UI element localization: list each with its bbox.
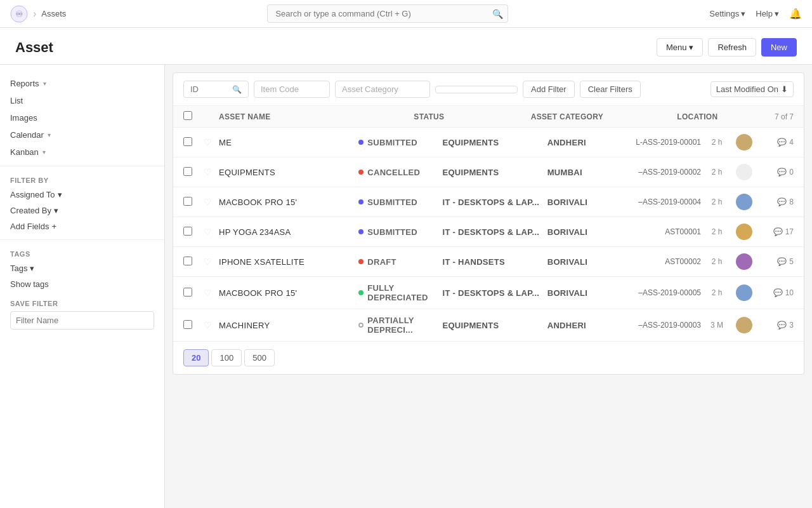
page-size-button[interactable]: 500 bbox=[244, 349, 275, 366]
sidebar-item-reports[interactable]: Reports ▾ bbox=[0, 75, 164, 92]
heart-icon[interactable]: ♡ bbox=[204, 167, 212, 177]
table-row[interactable]: ♡ Machinery Partially Depreci... Equipme… bbox=[173, 309, 804, 341]
table-row[interactable]: ♡ hp Yoga 234ASA Submitted IT - Desktops… bbox=[173, 217, 804, 247]
show-tags-item[interactable]: Show tags bbox=[0, 276, 164, 292]
favorite-icon[interactable]: ♡ bbox=[204, 167, 219, 177]
favorite-icon[interactable]: ♡ bbox=[204, 257, 219, 267]
sidebar-item-list[interactable]: List bbox=[0, 92, 164, 109]
table-row[interactable]: ♡ Equipments Cancelled Equipments Mumbai… bbox=[173, 157, 804, 187]
avatar-cell bbox=[733, 317, 756, 333]
asset-id-cell: AST00002 bbox=[617, 257, 701, 266]
status-dot bbox=[358, 290, 363, 295]
page-size-button[interactable]: 100 bbox=[211, 349, 242, 366]
clear-filters-button[interactable]: Clear Filters bbox=[580, 81, 641, 98]
favorite-icon[interactable]: ♡ bbox=[204, 288, 219, 298]
filter-name-input[interactable] bbox=[10, 311, 154, 330]
refresh-button[interactable]: Refresh bbox=[708, 38, 756, 57]
favorite-icon[interactable]: ♡ bbox=[204, 227, 219, 237]
row-select-checkbox[interactable] bbox=[183, 167, 192, 176]
heart-icon[interactable]: ♡ bbox=[204, 227, 212, 237]
favorite-icon[interactable]: ♡ bbox=[204, 137, 219, 147]
asset-name-cell: Equipments bbox=[219, 168, 358, 177]
main-layout: Reports ▾ List Images Calendar ▾ Kanban … bbox=[0, 65, 812, 508]
header-status: Status bbox=[414, 112, 530, 121]
heart-icon[interactable]: ♡ bbox=[204, 288, 212, 298]
id-filter-input[interactable] bbox=[190, 84, 228, 94]
category-cell: Equipments bbox=[442, 321, 547, 330]
location-cell: Borivali bbox=[547, 197, 617, 207]
tags-filter-item[interactable]: Tags ▾ bbox=[0, 260, 164, 276]
status-dot bbox=[358, 140, 363, 145]
comments-cell: 💬 10 bbox=[756, 288, 794, 297]
row-checkbox[interactable] bbox=[183, 320, 204, 331]
row-select-checkbox[interactable] bbox=[183, 257, 192, 265]
row-checkbox[interactable] bbox=[183, 167, 204, 178]
images-label: Images bbox=[10, 113, 37, 123]
favorite-icon[interactable]: ♡ bbox=[204, 197, 219, 207]
status-cell: Submitted bbox=[358, 138, 442, 147]
asset-category-filter[interactable]: Asset Category bbox=[335, 81, 430, 98]
comments-cell: 💬 3 bbox=[756, 321, 794, 330]
row-select-checkbox[interactable] bbox=[183, 320, 192, 329]
asset-id-cell: –ASS-2019-00005 bbox=[617, 288, 701, 297]
table-row[interactable]: ♡ MacBook Pro 15' Fully Depreciated IT -… bbox=[173, 277, 804, 309]
notifications-bell-icon[interactable]: 🔔 bbox=[789, 8, 802, 20]
row-checkbox[interactable] bbox=[183, 257, 204, 267]
sidebar-item-images[interactable]: Images bbox=[0, 109, 164, 126]
avatar-cell bbox=[733, 164, 756, 180]
header-location: Location bbox=[677, 112, 775, 121]
row-select-checkbox[interactable] bbox=[183, 227, 192, 236]
calendar-label: Calendar bbox=[10, 130, 44, 140]
table-row[interactable]: ♡ iPhone XSatellite Draft IT - Handsets … bbox=[173, 247, 804, 277]
extra-filter[interactable] bbox=[435, 86, 518, 93]
created-by-arrow-icon: ▾ bbox=[54, 206, 58, 215]
row-checkbox[interactable] bbox=[183, 227, 204, 237]
row-checkbox[interactable] bbox=[183, 197, 204, 208]
global-search-input[interactable] bbox=[267, 4, 508, 23]
svg-text:♾: ♾ bbox=[15, 9, 23, 19]
status-text: Submitted bbox=[367, 227, 417, 237]
select-all-checkbox[interactable] bbox=[183, 111, 192, 120]
item-code-filter[interactable]: Item Code bbox=[254, 81, 330, 98]
add-filter-button[interactable]: Add Filter bbox=[523, 81, 575, 98]
row-checkbox[interactable] bbox=[183, 137, 204, 148]
new-button[interactable]: New bbox=[761, 38, 797, 57]
favorite-icon[interactable]: ♡ bbox=[204, 320, 219, 330]
menu-button[interactable]: Menu ▾ bbox=[657, 38, 704, 57]
heart-icon[interactable]: ♡ bbox=[204, 197, 212, 207]
id-filter[interactable]: 🔍 bbox=[183, 81, 249, 98]
heart-icon[interactable]: ♡ bbox=[204, 257, 212, 267]
status-text: Partially Depreci... bbox=[367, 316, 442, 335]
comment-icon: 💬 bbox=[777, 138, 787, 147]
table-row[interactable]: ♡ MacBook Pro 15' Submitted IT - Desktop… bbox=[173, 187, 804, 217]
filter-assigned-to[interactable]: Assigned To ▾ bbox=[0, 187, 164, 203]
comment-count: 0 bbox=[789, 168, 794, 177]
help-nav[interactable]: Help ▾ bbox=[756, 9, 779, 18]
comment-count: 8 bbox=[789, 197, 794, 206]
row-checkbox[interactable] bbox=[183, 288, 204, 298]
location-cell: Borivali bbox=[547, 288, 617, 298]
sidebar-item-calendar[interactable]: Calendar ▾ bbox=[0, 126, 164, 144]
table-body: ♡ ME Submitted Equipments Andheri L-ASS-… bbox=[173, 128, 804, 341]
avatar bbox=[736, 134, 752, 150]
table-row[interactable]: ♡ ME Submitted Equipments Andheri L-ASS-… bbox=[173, 128, 804, 157]
row-select-checkbox[interactable] bbox=[183, 137, 192, 146]
filter-right: Last Modified On ⬇ bbox=[710, 81, 794, 97]
settings-nav[interactable]: Settings ▾ bbox=[709, 9, 745, 18]
time-cell: 2 h bbox=[701, 227, 733, 236]
status-dot bbox=[358, 259, 363, 264]
page-size-button[interactable]: 20 bbox=[183, 349, 209, 366]
sort-button[interactable]: Last Modified On ⬇ bbox=[710, 81, 794, 97]
add-fields-label: Add Fields bbox=[10, 222, 49, 231]
heart-icon[interactable]: ♡ bbox=[204, 320, 212, 330]
reports-label: Reports bbox=[10, 79, 39, 88]
row-select-checkbox[interactable] bbox=[183, 197, 192, 206]
location-cell: Borivali bbox=[547, 257, 617, 267]
filter-created-by[interactable]: Created By ▾ bbox=[0, 203, 164, 218]
row-select-checkbox[interactable] bbox=[183, 288, 192, 297]
heart-icon[interactable]: ♡ bbox=[204, 137, 212, 147]
time-cell: 2 h bbox=[701, 197, 733, 206]
menu-button-label: Menu bbox=[666, 43, 687, 52]
filter-add-fields[interactable]: Add Fields + bbox=[0, 218, 164, 234]
sidebar-item-kanban[interactable]: Kanban ▾ bbox=[0, 144, 164, 161]
